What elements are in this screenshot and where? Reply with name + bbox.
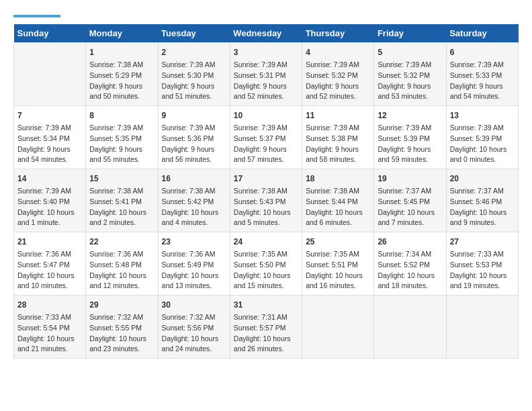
calendar-cell: 18Sunrise: 7:38 AM Sunset: 5:44 PM Dayli… xyxy=(302,169,374,232)
calendar-cell: 4Sunrise: 7:39 AM Sunset: 5:32 PM Daylig… xyxy=(302,43,374,106)
day-number: 29 xyxy=(89,299,154,311)
calendar-cell: 17Sunrise: 7:38 AM Sunset: 5:43 PM Dayli… xyxy=(230,169,302,232)
day-info: Sunrise: 7:39 AM Sunset: 5:39 PM Dayligh… xyxy=(378,123,442,165)
day-number: 8 xyxy=(89,109,154,122)
logo xyxy=(13,13,60,17)
day-number: 20 xyxy=(450,173,515,185)
day-info: Sunrise: 7:33 AM Sunset: 5:54 PM Dayligh… xyxy=(17,312,82,355)
calendar-cell: 3Sunrise: 7:39 AM Sunset: 5:31 PM Daylig… xyxy=(230,43,302,106)
week-row-2: 7Sunrise: 7:39 AM Sunset: 5:34 PM Daylig… xyxy=(14,106,519,169)
day-header-tuesday: Tuesday xyxy=(158,24,230,43)
calendar-cell: 1Sunrise: 7:38 AM Sunset: 5:29 PM Daylig… xyxy=(86,43,158,106)
day-number: 21 xyxy=(17,236,82,248)
day-info: Sunrise: 7:32 AM Sunset: 5:56 PM Dayligh… xyxy=(162,312,226,355)
day-header-sunday: Sunday xyxy=(14,24,86,43)
week-row-5: 28Sunrise: 7:33 AM Sunset: 5:54 PM Dayli… xyxy=(14,295,519,359)
day-info: Sunrise: 7:39 AM Sunset: 5:33 PM Dayligh… xyxy=(450,60,515,102)
day-info: Sunrise: 7:39 AM Sunset: 5:39 PM Dayligh… xyxy=(450,123,515,165)
day-info: Sunrise: 7:36 AM Sunset: 5:49 PM Dayligh… xyxy=(162,249,226,291)
calendar-cell xyxy=(14,43,86,106)
day-header-monday: Monday xyxy=(86,24,158,43)
calendar-cell xyxy=(374,295,446,359)
logo-underline xyxy=(13,15,60,17)
day-info: Sunrise: 7:33 AM Sunset: 5:53 PM Dayligh… xyxy=(450,249,515,291)
day-number: 31 xyxy=(234,299,298,311)
calendar-cell: 29Sunrise: 7:32 AM Sunset: 5:55 PM Dayli… xyxy=(86,295,158,359)
calendar-cell: 25Sunrise: 7:35 AM Sunset: 5:51 PM Dayli… xyxy=(302,232,374,295)
day-header-thursday: Thursday xyxy=(302,24,374,43)
day-number: 19 xyxy=(378,173,442,185)
day-info: Sunrise: 7:37 AM Sunset: 5:45 PM Dayligh… xyxy=(378,186,442,228)
day-header-friday: Friday xyxy=(374,24,446,43)
day-number: 1 xyxy=(89,46,154,58)
calendar-table: SundayMondayTuesdayWednesdayThursdayFrid… xyxy=(13,24,519,359)
day-number: 24 xyxy=(234,236,298,248)
day-number: 2 xyxy=(162,46,226,58)
day-info: Sunrise: 7:37 AM Sunset: 5:46 PM Dayligh… xyxy=(450,186,515,228)
week-row-3: 14Sunrise: 7:39 AM Sunset: 5:40 PM Dayli… xyxy=(14,169,519,232)
week-row-1: 1Sunrise: 7:38 AM Sunset: 5:29 PM Daylig… xyxy=(14,43,519,106)
day-number: 18 xyxy=(306,173,370,185)
day-number: 23 xyxy=(162,236,226,248)
day-info: Sunrise: 7:39 AM Sunset: 5:31 PM Dayligh… xyxy=(234,60,298,102)
calendar-cell: 15Sunrise: 7:38 AM Sunset: 5:41 PM Dayli… xyxy=(86,169,158,232)
calendar-cell: 30Sunrise: 7:32 AM Sunset: 5:56 PM Dayli… xyxy=(158,295,230,359)
calendar-cell: 5Sunrise: 7:39 AM Sunset: 5:32 PM Daylig… xyxy=(374,43,446,106)
day-info: Sunrise: 7:39 AM Sunset: 5:36 PM Dayligh… xyxy=(162,123,226,165)
day-info: Sunrise: 7:35 AM Sunset: 5:51 PM Dayligh… xyxy=(306,249,370,291)
day-number: 6 xyxy=(450,46,515,58)
page-header xyxy=(13,13,519,17)
day-number: 4 xyxy=(306,46,370,58)
calendar-cell: 20Sunrise: 7:37 AM Sunset: 5:46 PM Dayli… xyxy=(446,169,518,232)
calendar-cell: 8Sunrise: 7:39 AM Sunset: 5:35 PM Daylig… xyxy=(86,106,158,169)
calendar-cell: 6Sunrise: 7:39 AM Sunset: 5:33 PM Daylig… xyxy=(446,43,518,106)
day-info: Sunrise: 7:38 AM Sunset: 5:44 PM Dayligh… xyxy=(306,186,370,228)
calendar-cell: 26Sunrise: 7:34 AM Sunset: 5:52 PM Dayli… xyxy=(374,232,446,295)
day-number: 22 xyxy=(89,236,154,248)
day-info: Sunrise: 7:39 AM Sunset: 5:37 PM Dayligh… xyxy=(234,123,298,165)
calendar-cell: 13Sunrise: 7:39 AM Sunset: 5:39 PM Dayli… xyxy=(446,106,518,169)
day-number: 27 xyxy=(450,236,515,248)
calendar-cell: 22Sunrise: 7:36 AM Sunset: 5:48 PM Dayli… xyxy=(86,232,158,295)
calendar-cell: 21Sunrise: 7:36 AM Sunset: 5:47 PM Dayli… xyxy=(14,232,86,295)
calendar-cell: 24Sunrise: 7:35 AM Sunset: 5:50 PM Dayli… xyxy=(230,232,302,295)
day-number: 30 xyxy=(162,299,226,311)
day-number: 9 xyxy=(162,109,226,122)
day-number: 14 xyxy=(17,173,82,185)
day-info: Sunrise: 7:31 AM Sunset: 5:57 PM Dayligh… xyxy=(234,312,298,355)
day-number: 28 xyxy=(17,299,82,311)
day-info: Sunrise: 7:32 AM Sunset: 5:55 PM Dayligh… xyxy=(89,312,154,355)
calendar-cell: 11Sunrise: 7:39 AM Sunset: 5:38 PM Dayli… xyxy=(302,106,374,169)
day-number: 7 xyxy=(17,109,82,122)
calendar-cell: 23Sunrise: 7:36 AM Sunset: 5:49 PM Dayli… xyxy=(158,232,230,295)
day-number: 13 xyxy=(450,109,515,122)
day-info: Sunrise: 7:34 AM Sunset: 5:52 PM Dayligh… xyxy=(378,249,442,291)
day-number: 15 xyxy=(89,173,154,185)
day-info: Sunrise: 7:39 AM Sunset: 5:32 PM Dayligh… xyxy=(306,60,370,102)
calendar-cell: 19Sunrise: 7:37 AM Sunset: 5:45 PM Dayli… xyxy=(374,169,446,232)
day-info: Sunrise: 7:38 AM Sunset: 5:29 PM Dayligh… xyxy=(89,60,154,102)
day-info: Sunrise: 7:36 AM Sunset: 5:48 PM Dayligh… xyxy=(89,249,154,291)
calendar-cell: 7Sunrise: 7:39 AM Sunset: 5:34 PM Daylig… xyxy=(14,106,86,169)
day-number: 16 xyxy=(162,173,226,185)
calendar-cell: 28Sunrise: 7:33 AM Sunset: 5:54 PM Dayli… xyxy=(14,295,86,359)
calendar-cell: 27Sunrise: 7:33 AM Sunset: 5:53 PM Dayli… xyxy=(446,232,518,295)
day-header-wednesday: Wednesday xyxy=(230,24,302,43)
calendar-cell: 31Sunrise: 7:31 AM Sunset: 5:57 PM Dayli… xyxy=(230,295,302,359)
day-info: Sunrise: 7:38 AM Sunset: 5:41 PM Dayligh… xyxy=(89,186,154,228)
calendar-cell: 9Sunrise: 7:39 AM Sunset: 5:36 PM Daylig… xyxy=(158,106,230,169)
day-info: Sunrise: 7:39 AM Sunset: 5:30 PM Dayligh… xyxy=(162,60,226,102)
week-row-4: 21Sunrise: 7:36 AM Sunset: 5:47 PM Dayli… xyxy=(14,232,519,295)
day-number: 26 xyxy=(378,236,442,248)
day-info: Sunrise: 7:39 AM Sunset: 5:32 PM Dayligh… xyxy=(378,60,442,102)
day-info: Sunrise: 7:38 AM Sunset: 5:42 PM Dayligh… xyxy=(162,186,226,228)
day-info: Sunrise: 7:36 AM Sunset: 5:47 PM Dayligh… xyxy=(17,249,82,291)
day-info: Sunrise: 7:39 AM Sunset: 5:34 PM Dayligh… xyxy=(17,123,82,165)
calendar-cell xyxy=(446,295,518,359)
day-number: 11 xyxy=(306,109,370,122)
calendar-cell xyxy=(302,295,374,359)
calendar-cell: 12Sunrise: 7:39 AM Sunset: 5:39 PM Dayli… xyxy=(374,106,446,169)
day-number: 3 xyxy=(234,46,298,58)
calendar-cell: 16Sunrise: 7:38 AM Sunset: 5:42 PM Dayli… xyxy=(158,169,230,232)
day-number: 17 xyxy=(234,173,298,185)
